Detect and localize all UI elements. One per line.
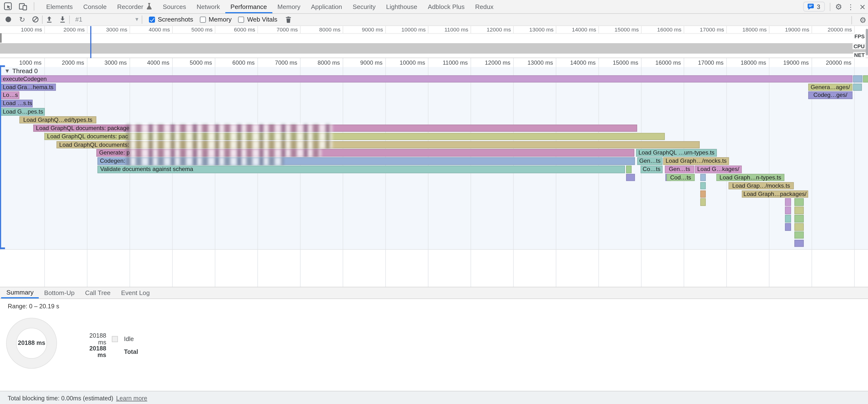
- flame-bar[interactable]: Load …s.ts: [0, 100, 33, 107]
- track-bottom-separator: [0, 249, 868, 250]
- details-tab-bottom-up[interactable]: Bottom-Up: [39, 287, 80, 299]
- donut-total-label: 20188 ms: [6, 339, 56, 346]
- flame-bar[interactable]: [853, 83, 862, 91]
- tab-adblock-plus[interactable]: Adblock Plus: [423, 0, 470, 13]
- flame-chart-pane[interactable]: 1000 ms2000 ms3000 ms4000 ms5000 ms6000 …: [0, 58, 868, 287]
- flame-bar[interactable]: Load Graph…packages/: [742, 190, 808, 198]
- overview-tick-label: 8000 ms: [319, 27, 341, 33]
- save-profile-button[interactable]: [56, 16, 69, 23]
- ruler-tick-label: 10000 ms: [400, 59, 425, 66]
- tab-lighthouse[interactable]: Lighthouse: [381, 0, 423, 13]
- checkbox-memory[interactable]: Memory: [200, 16, 231, 23]
- flame-bar[interactable]: [785, 223, 791, 230]
- flame-bar[interactable]: [700, 198, 706, 206]
- flame-bar[interactable]: Co…ts: [641, 166, 662, 173]
- delete-recording-button[interactable]: [282, 16, 295, 23]
- flame-bar[interactable]: [626, 166, 631, 173]
- flame-bar[interactable]: Genera…ages/: [808, 83, 852, 91]
- ruler-tick-label: 15000 ms: [613, 59, 638, 66]
- tab-elements[interactable]: Elements: [41, 0, 78, 13]
- chat-bubble-icon: [807, 3, 814, 10]
- flame-bar[interactable]: [794, 231, 804, 239]
- flame-bar[interactable]: [785, 215, 791, 222]
- chevron-down-icon: ▼: [135, 17, 138, 22]
- tab-redux[interactable]: Redux: [470, 0, 499, 13]
- more-options-kebab-icon[interactable]: ⋮: [847, 3, 855, 11]
- flame-bar[interactable]: [794, 215, 804, 222]
- tab-network[interactable]: Network: [191, 0, 225, 13]
- flame-bar[interactable]: executeCodegen: [0, 75, 852, 83]
- flame-bar[interactable]: Load G…pes.ts: [0, 108, 44, 116]
- flame-bar[interactable]: Validate documents against schema: [97, 166, 625, 173]
- flame-bar[interactable]: Load Graph…/mocks.ts: [663, 157, 729, 165]
- device-toolbar-icon[interactable]: [19, 2, 27, 11]
- devtools-window: ElementsConsoleRecorderSourcesNetworkPer…: [0, 0, 868, 404]
- details-tab-event-log[interactable]: Event Log: [116, 287, 155, 299]
- issues-counter[interactable]: 3: [803, 2, 825, 12]
- checkbox-screenshots[interactable]: Screenshots: [149, 16, 193, 23]
- reload-and-record-button[interactable]: ↻: [16, 15, 29, 24]
- tab-sources[interactable]: Sources: [157, 0, 191, 13]
- load-profile-button[interactable]: [42, 16, 56, 23]
- flame-bar[interactable]: [700, 174, 706, 181]
- overview-tick-label: 7000 ms: [277, 27, 298, 33]
- flame-bar[interactable]: [794, 240, 804, 247]
- flame-bar[interactable]: Gen…ts: [665, 166, 694, 173]
- ruler-tick-label: 6000 ms: [232, 59, 254, 66]
- flame-bar[interactable]: Load GraphQ…ed/types.ts: [20, 116, 96, 124]
- tab-console[interactable]: Console: [78, 0, 112, 13]
- flame-bar[interactable]: [794, 223, 804, 230]
- cpu-lane: [0, 43, 868, 54]
- details-tab-summary[interactable]: Summary: [1, 287, 39, 299]
- flame-bar[interactable]: Gen…ts: [637, 157, 662, 165]
- flame-bar[interactable]: Load GraphQL documents: package: [33, 124, 637, 132]
- flame-bar[interactable]: Cod…ts: [666, 174, 695, 181]
- flame-bar[interactable]: [785, 198, 791, 206]
- flame-bar[interactable]: Lo…s: [0, 92, 20, 99]
- flame-bar[interactable]: [700, 182, 706, 189]
- tab-recorder[interactable]: Recorder: [112, 0, 157, 13]
- tab-security[interactable]: Security: [347, 0, 381, 13]
- flame-bar[interactable]: [785, 207, 791, 214]
- flame-bar[interactable]: Load G…kages/: [695, 166, 742, 173]
- vertical-scrollbar-thumb[interactable]: [866, 29, 868, 56]
- flame-bar[interactable]: [700, 190, 706, 198]
- issues-count: 3: [817, 3, 820, 10]
- flame-bar[interactable]: Load Grap…/mocks.ts: [728, 182, 794, 189]
- summary-legend: 20188 ms Idle 20188 ms Total: [80, 333, 138, 358]
- screenshots-checkbox[interactable]: [149, 17, 155, 23]
- memory-checkbox[interactable]: [200, 17, 206, 23]
- settings-gear-icon[interactable]: ⚙: [835, 2, 842, 11]
- checkbox-web-vitals[interactable]: Web Vitals: [238, 16, 277, 23]
- thread-header[interactable]: ▼ Thread 0: [6, 68, 38, 74]
- tab-application[interactable]: Application: [306, 0, 347, 13]
- flame-bar[interactable]: Load GraphQL …urn-types.ts: [636, 149, 717, 157]
- timeline-overview[interactable]: 1000 ms2000 ms3000 ms4000 ms5000 ms6000 …: [0, 26, 868, 58]
- flame-bar[interactable]: [794, 207, 804, 214]
- ruler-tick-label: 12000 ms: [485, 59, 510, 66]
- flame-bar[interactable]: Codeg…ges/: [808, 92, 852, 99]
- range-label: Range: 0 – 20.19 s: [8, 303, 59, 309]
- thread-label: Thread 0: [12, 68, 38, 74]
- overview-left-handle[interactable]: [0, 33, 2, 43]
- flame-bar[interactable]: [853, 75, 862, 83]
- web-vitals-checkbox[interactable]: [238, 17, 244, 23]
- flame-bar[interactable]: Load Graph…n-types.ts: [716, 174, 784, 181]
- inspect-element-icon[interactable]: [4, 2, 12, 11]
- net-lane: [0, 54, 868, 58]
- close-devtools-icon[interactable]: ×: [859, 2, 866, 11]
- recording-session-select[interactable]: #1 ▼: [70, 13, 142, 25]
- legend-row-total: 20188 ms Total: [80, 345, 138, 358]
- clear-recording-button[interactable]: [29, 16, 42, 23]
- tab-performance[interactable]: Performance: [225, 0, 272, 13]
- record-button[interactable]: [1, 17, 16, 22]
- flame-bar[interactable]: [794, 198, 804, 206]
- details-tab-call-tree[interactable]: Call Tree: [80, 287, 116, 299]
- flame-bar[interactable]: [626, 174, 635, 181]
- tab-memory[interactable]: Memory: [272, 0, 306, 13]
- flame-bar[interactable]: Load Gra…hema.ts: [0, 83, 56, 91]
- capture-settings-gear-icon[interactable]: ⚙: [859, 15, 866, 24]
- redacted-blur-overlay: [126, 157, 283, 165]
- learn-more-link[interactable]: Learn more: [116, 395, 147, 401]
- flame-bar[interactable]: [863, 75, 868, 83]
